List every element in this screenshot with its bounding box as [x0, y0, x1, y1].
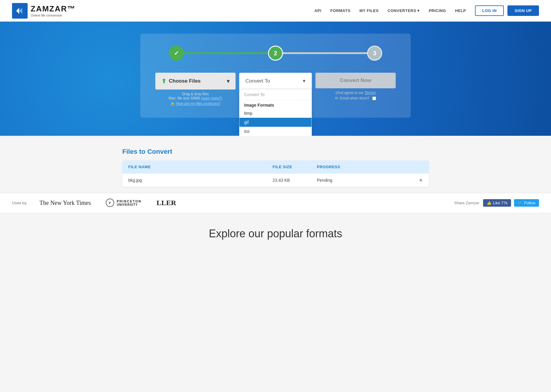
col-remove — [413, 160, 429, 174]
follow-label: Follow — [524, 201, 535, 205]
explore-title: Explore our popular formats — [12, 227, 539, 240]
choose-files-button[interactable]: ⬆ Choose Files ▾ — [155, 73, 236, 90]
terms-link[interactable]: Terms) — [365, 91, 376, 95]
nav-item-formats[interactable]: FORMATS — [330, 8, 351, 13]
step-2: 2 — [268, 46, 283, 61]
convert-to-wrap: Convert To ▾ Convert To Image Formats bm… — [239, 73, 312, 89]
file-progress-cell: Pending — [311, 174, 413, 187]
convert-to-button[interactable]: Convert To ▾ — [239, 73, 312, 89]
email-checkbox[interactable] — [372, 96, 376, 100]
svg-text:P: P — [109, 201, 111, 205]
used-by-bar: Used by: The New York Times P PRINCETON … — [0, 193, 551, 212]
upload-icon: ⬆ — [161, 77, 166, 85]
choose-files-label: Choose Files — [169, 78, 201, 84]
file-name-cell: bkg.jpg — [122, 174, 266, 187]
table-header-row: FILE NAME FILE SIZE PROGRESS — [122, 160, 429, 174]
step-1: ✓ — [169, 46, 184, 61]
file-size-cell: 23.43 KB — [266, 174, 311, 187]
chevron-down-icon: ▾ — [417, 8, 420, 13]
files-title: Files to Convert — [122, 148, 429, 156]
twitter-icon: 🐦 — [518, 201, 522, 205]
logo-text: ZAMZAR™ Online file conversion — [31, 4, 76, 17]
step-line-2-3 — [283, 52, 367, 54]
like-button[interactable]: 👍 Like 77k — [483, 199, 511, 207]
col-filename: FILE NAME — [122, 160, 266, 174]
protected-link[interactable]: 🔒 How are my files protected? — [155, 102, 236, 106]
format-ico[interactable]: ico — [239, 127, 312, 136]
convert-to-chevron: ▾ — [303, 78, 306, 84]
login-button[interactable]: LOG IN — [475, 5, 504, 16]
convert-now-wrap: Convert Now (And agree to our Terms) ✉ E… — [315, 73, 396, 100]
image-formats-label: Image Formats — [239, 100, 312, 109]
choose-files-chevron: ▾ — [227, 78, 230, 84]
dropdown-header: Convert To — [239, 89, 312, 100]
svg-marker-0 — [16, 8, 19, 14]
step-line-1-2 — [184, 52, 268, 54]
format-dropdown: Convert To Image Formats bmp gif ico pcx… — [239, 89, 312, 136]
want-more-link[interactable]: (want more?) — [201, 96, 222, 100]
files-section: Files to Convert FILE NAME FILE SIZE PRO… — [110, 148, 441, 187]
logo[interactable]: ZAMZAR™ Online file conversion — [12, 3, 76, 19]
logo-sub: Online file conversion — [31, 14, 76, 17]
nav-item-help[interactable]: HELP — [455, 8, 466, 13]
hero-inner: ✓ 2 3 ⬆ Choose Files ▾ Drag & drop files — [140, 34, 411, 118]
signup-button[interactable]: SIGN UP — [507, 5, 539, 16]
follow-button[interactable]: 🐦 Follow — [514, 199, 539, 207]
brand-nytimes: The New York Times — [39, 199, 91, 206]
logo-icon — [12, 3, 28, 19]
col-filesize: FILE SIZE — [266, 160, 311, 174]
drag-drop-hint: Drag & drop files Max. file size 50MB (w… — [155, 92, 236, 100]
explore-section: Explore our popular formats — [0, 212, 551, 249]
format-gif[interactable]: gif — [239, 118, 312, 127]
table-row: bkg.jpg 23.43 KB Pending ✕ — [122, 174, 429, 187]
converter-row: ⬆ Choose Files ▾ Drag & drop files Max. … — [155, 73, 396, 106]
share-label: Share Zamzar: — [454, 201, 480, 205]
format-bmp[interactable]: bmp — [239, 109, 312, 118]
email-row: ✉ Email when done? — [315, 96, 396, 100]
like-label: Like 77k — [493, 201, 507, 205]
nav-item-myfiles[interactable]: MY FILES — [359, 8, 379, 13]
svg-marker-1 — [19, 8, 22, 14]
brand-princeton: P PRINCETON UNIVERSITY — [106, 199, 142, 207]
nav-buttons: LOG IN SIGN UP — [475, 5, 539, 16]
remove-file-button[interactable]: ✕ — [413, 174, 429, 187]
files-table: FILE NAME FILE SIZE PROGRESS bkg.jpg 23.… — [122, 160, 429, 187]
brand-miller: LLER — [157, 199, 176, 207]
email-icon: ✉ — [335, 96, 338, 100]
agree-row: (And agree to our Terms) — [315, 91, 396, 95]
convert-now-button[interactable]: Convert Now — [315, 73, 396, 88]
email-label: Email when done? — [340, 96, 370, 100]
nav-converters-label: CONVERTERS — [388, 8, 416, 13]
princeton-logo-icon: P — [106, 199, 114, 207]
nav-item-converters[interactable]: CONVERTERS ▾ — [388, 8, 420, 13]
steps-row: ✓ 2 3 — [155, 46, 396, 61]
convert-to-label: Convert To — [245, 78, 270, 84]
nav-links: API FORMATS MY FILES CONVERTERS ▾ PRICIN… — [314, 8, 466, 13]
used-by-label: Used by: — [12, 201, 27, 205]
nav-item-pricing[interactable]: PRICING — [429, 8, 446, 13]
navbar: ZAMZAR™ Online file conversion API FORMA… — [0, 0, 551, 22]
nav-item-api[interactable]: API — [314, 8, 321, 13]
logo-name: ZAMZAR™ — [31, 4, 76, 14]
used-by-logos: The New York Times P PRINCETON UNIVERSIT… — [39, 199, 442, 207]
step-3: 3 — [367, 46, 382, 61]
lock-icon: 🔒 — [170, 102, 175, 106]
choose-files-wrap: ⬆ Choose Files ▾ Drag & drop files Max. … — [155, 73, 236, 106]
hero-section: ✓ 2 3 ⬆ Choose Files ▾ Drag & drop files — [0, 22, 551, 136]
thumbs-up-icon: 👍 — [487, 201, 492, 205]
col-progress: PROGRESS — [311, 160, 413, 174]
files-title-dynamic: Convert — [147, 148, 172, 155]
share-area: Share Zamzar: 👍 Like 77k 🐦 Follow — [454, 199, 539, 207]
